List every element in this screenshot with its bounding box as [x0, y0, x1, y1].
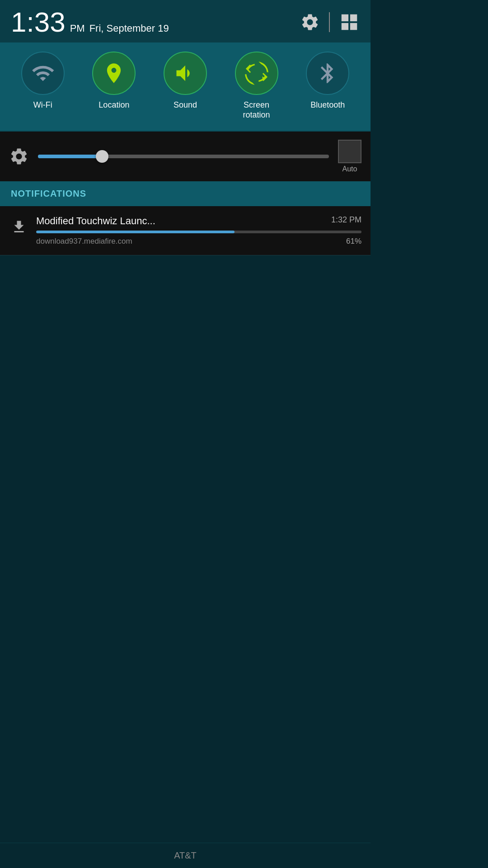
- sound-label: Sound: [174, 100, 197, 110]
- bluetooth-circle: [306, 52, 349, 95]
- brightness-thumb[interactable]: [96, 150, 108, 163]
- carrier-bar: AT&T: [0, 843, 371, 868]
- quick-settings-bluetooth[interactable]: Bluetooth: [306, 52, 349, 110]
- status-bar: 1:33 PM Fri, September 19: [0, 0, 371, 42]
- sound-circle: [164, 52, 207, 95]
- download-percent: 61%: [346, 237, 361, 246]
- download-icon: [9, 217, 29, 237]
- screen-rotation-circle: [235, 52, 278, 95]
- carrier-name: AT&T: [174, 850, 197, 861]
- download-url: download937.mediafire.com: [36, 237, 132, 246]
- notifications-header: NOTIFICATIONS: [0, 181, 371, 206]
- brightness-gear-icon[interactable]: [9, 146, 29, 166]
- notifications-title: NOTIFICATIONS: [11, 189, 86, 198]
- quick-settings-wifi[interactable]: Wi-Fi: [21, 52, 65, 110]
- notification-content: Modified Touchwiz Launc... 1:32 PM downl…: [36, 215, 361, 246]
- grid-icon[interactable]: [339, 12, 360, 33]
- quick-settings-sound[interactable]: Sound: [164, 52, 207, 110]
- svg-rect-3: [350, 23, 357, 30]
- location-circle: [92, 52, 136, 95]
- notification-title: Modified Touchwiz Launc...: [36, 215, 155, 227]
- svg-rect-2: [342, 23, 348, 30]
- brightness-slider[interactable]: [38, 155, 329, 158]
- wifi-label: Wi-Fi: [33, 100, 52, 110]
- status-divider: [329, 12, 330, 32]
- clock-time: 1:33: [11, 8, 66, 36]
- brightness-row: Auto: [0, 132, 371, 181]
- quick-settings-screen-rotation[interactable]: Screen rotation: [235, 52, 278, 120]
- location-label: Location: [99, 100, 129, 110]
- bluetooth-label: Bluetooth: [310, 100, 345, 110]
- clock-ampm: PM: [70, 23, 85, 34]
- notification-top-row: Modified Touchwiz Launc... 1:32 PM: [36, 215, 361, 227]
- quick-settings-location[interactable]: Location: [92, 52, 136, 110]
- screen-rotation-label: Screen rotation: [243, 100, 270, 120]
- status-left: 1:33 PM Fri, September 19: [11, 8, 169, 36]
- auto-brightness-toggle[interactable]: [338, 140, 361, 163]
- notification-time: 1:32 PM: [331, 215, 361, 225]
- quick-settings-panel: Wi-Fi Location Sound Screen rotation: [0, 42, 371, 132]
- empty-area: [0, 255, 371, 762]
- auto-brightness-container: Auto: [338, 140, 361, 173]
- status-right: [300, 12, 360, 33]
- download-progress-bar: [36, 231, 361, 233]
- notification-item[interactable]: Modified Touchwiz Launc... 1:32 PM downl…: [0, 206, 371, 255]
- download-progress-fill: [36, 231, 235, 233]
- svg-rect-1: [350, 14, 357, 21]
- wifi-circle: [21, 52, 65, 95]
- auto-label: Auto: [338, 165, 361, 173]
- svg-rect-0: [342, 14, 348, 21]
- settings-icon[interactable]: [300, 12, 320, 32]
- brightness-fill: [38, 155, 102, 158]
- date-display: Fri, September 19: [89, 23, 169, 34]
- notification-bottom-row: download937.mediafire.com 61%: [36, 237, 361, 246]
